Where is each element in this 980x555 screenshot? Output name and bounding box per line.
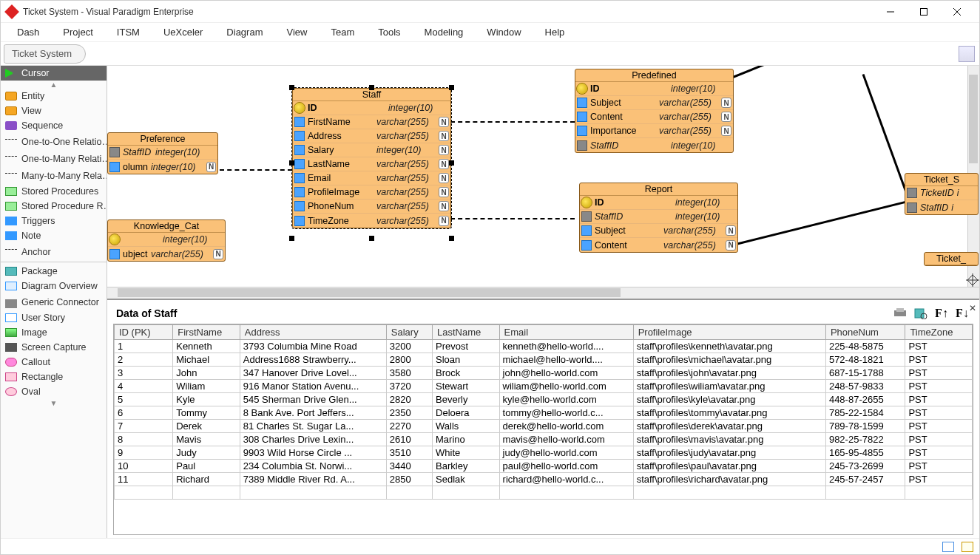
tool-item[interactable]: Generic Connector bbox=[1, 293, 107, 310]
table-cell[interactable]: 3200 bbox=[386, 340, 432, 353]
connector[interactable] bbox=[862, 74, 910, 200]
entity-column[interactable]: Importancevarchar(255)N bbox=[575, 124, 733, 138]
close-button[interactable] bbox=[940, 1, 973, 22]
table-cell[interactable]: 2610 bbox=[386, 433, 432, 446]
entity-column[interactable]: integer(10) bbox=[108, 233, 225, 247]
table-cell[interactable]: 248-57-9833 bbox=[825, 380, 905, 393]
entity-column[interactable]: PhoneNumvarchar(255)N bbox=[293, 200, 450, 214]
table-cell[interactable]: Wiliam bbox=[173, 380, 240, 393]
table-cell[interactable]: PST bbox=[905, 340, 973, 353]
table-cell[interactable]: Kyle bbox=[173, 393, 240, 406]
table-row-empty[interactable] bbox=[115, 486, 973, 500]
data-grid[interactable]: ID (PK)FirstNameAddressSalaryLastNameEma… bbox=[113, 324, 973, 535]
table-cell[interactable]: PST bbox=[905, 473, 973, 486]
table-cell[interactable]: 2350 bbox=[386, 406, 432, 420]
minimize-button[interactable] bbox=[873, 1, 907, 22]
panel-tool-sort-desc[interactable]: F↓ bbox=[954, 306, 970, 321]
column-header[interactable]: Address bbox=[240, 325, 386, 340]
table-cell[interactable]: PST bbox=[905, 393, 973, 406]
entity-column[interactable]: Subjectvarchar(255)N bbox=[580, 224, 737, 238]
table-cell[interactable]: Stewart bbox=[433, 380, 500, 393]
table-cell[interactable]: 789-78-1599 bbox=[825, 420, 905, 433]
table-cell[interactable]: 245-73-2699 bbox=[825, 460, 905, 473]
table-cell[interactable]: 2850 bbox=[386, 473, 432, 486]
connector[interactable] bbox=[450, 218, 575, 219]
menu-modeling[interactable]: Modeling bbox=[414, 24, 474, 41]
table-cell[interactable]: staff\profiles\kyle\avatar.png bbox=[633, 393, 825, 406]
table-cell[interactable]: PST bbox=[905, 406, 973, 420]
table-cell[interactable]: staff\profiles\kenneth\avatar.png bbox=[633, 340, 825, 353]
table-cell[interactable]: 2 bbox=[115, 353, 173, 367]
table-cell[interactable]: Barkley bbox=[433, 460, 500, 473]
table-row[interactable]: 9Judy9903 Wild Horse Circle ...3510White… bbox=[115, 446, 973, 460]
table-cell[interactable]: staff\profiles\paul\avatar.png bbox=[633, 460, 825, 473]
connector[interactable] bbox=[450, 121, 575, 123]
table-cell[interactable]: 10 bbox=[115, 460, 173, 473]
table-cell[interactable]: Brock bbox=[433, 367, 500, 380]
tool-item[interactable]: Screen Capture bbox=[1, 340, 107, 355]
table-cell[interactable]: 9903 Wild Horse Circle ... bbox=[240, 446, 386, 460]
column-header[interactable]: ID (PK) bbox=[115, 325, 173, 340]
entity-column[interactable]: IDinteger(10) bbox=[575, 82, 733, 96]
table-cell[interactable]: john@hello-world.com bbox=[499, 367, 633, 380]
resize-handle[interactable] bbox=[369, 85, 374, 90]
table-cell[interactable]: richard@hello-world.c... bbox=[499, 473, 633, 486]
table-cell[interactable]: Judy bbox=[173, 446, 240, 460]
table-cell[interactable]: 8 bbox=[115, 433, 173, 446]
titlebar[interactable]: Ticket System - Visual Paradigm Enterpri… bbox=[1, 1, 979, 23]
collapse-up-icon[interactable]: ▲ bbox=[1, 81, 107, 89]
resize-handle[interactable] bbox=[289, 236, 294, 241]
tool-item[interactable]: Rectangle bbox=[1, 370, 107, 384]
entity-staff[interactable]: Staff IDinteger(10)FirstNamevarchar(255)… bbox=[292, 88, 451, 228]
table-cell[interactable]: tommy@hello-world.c... bbox=[499, 406, 633, 420]
tool-item[interactable]: Many-to-Many Rela… bbox=[1, 167, 107, 184]
table-cell[interactable]: Tommy bbox=[173, 406, 240, 420]
table-row[interactable]: 6Tommy8 Bank Ave. Port Jeffers...2350Del… bbox=[115, 406, 973, 420]
diagram-canvas[interactable]: Preference StaffIDinteger(10)olumnintege… bbox=[107, 66, 979, 287]
connector[interactable] bbox=[725, 66, 876, 81]
table-cell[interactable]: Marino bbox=[433, 433, 500, 446]
maximize-button[interactable] bbox=[907, 1, 940, 22]
table-row[interactable]: 10Paul234 Columbia St. Norwi...3440Barkl… bbox=[115, 460, 973, 473]
table-cell[interactable]: Paul bbox=[173, 460, 240, 473]
connector[interactable] bbox=[736, 197, 923, 245]
horizontal-scrollbar[interactable] bbox=[107, 287, 979, 299]
tool-item[interactable]: Triggers bbox=[1, 214, 107, 228]
table-cell[interactable]: 165-95-4855 bbox=[825, 446, 905, 460]
table-cell[interactable]: 3580 bbox=[386, 367, 432, 380]
entity-column[interactable]: Salaryinteger(10)N bbox=[293, 143, 450, 157]
entity-ticket-s[interactable]: Ticket_S TicketIDiStaffIDi bbox=[905, 173, 979, 215]
column-header[interactable]: PhoneNum bbox=[825, 325, 905, 340]
entity-column[interactable]: Emailvarchar(255)N bbox=[293, 171, 450, 185]
table-cell[interactable]: 2800 bbox=[386, 353, 432, 367]
table-cell[interactable]: staff\profiles\judy\avatar.png bbox=[633, 446, 825, 460]
table-row[interactable]: 11Richard7389 Middle River Rd. A...2850S… bbox=[115, 473, 973, 486]
table-cell[interactable]: derek@hello-world.com bbox=[499, 420, 633, 433]
table-cell[interactable]: staff\profiles\tommy\avatar.png bbox=[633, 406, 825, 420]
menu-itsm[interactable]: ITSM bbox=[107, 24, 150, 41]
table-cell[interactable]: Address1688 Strawberry... bbox=[240, 353, 386, 367]
table-cell[interactable]: 2820 bbox=[386, 393, 432, 406]
table-row[interactable]: 1Kenneth3793 Columbia Mine Road3200Prevo… bbox=[115, 340, 973, 353]
table-row[interactable]: 7Derek81 Charles St. Sugar La...2270Wall… bbox=[115, 420, 973, 433]
table-cell[interactable]: 448-87-2655 bbox=[825, 393, 905, 406]
resize-handle[interactable] bbox=[289, 160, 294, 166]
table-cell[interactable]: 245-57-2457 bbox=[825, 473, 905, 486]
table-cell[interactable]: 347 Hanover Drive Lovel... bbox=[240, 367, 386, 380]
table-cell[interactable]: 81 Charles St. Sugar La... bbox=[240, 420, 386, 433]
entity-knowledge[interactable]: Knowledge_Cat integer(10)ubjectvarchar(2… bbox=[107, 219, 226, 262]
tool-item[interactable]: Stored Procedure R… bbox=[1, 199, 107, 214]
menu-tools[interactable]: Tools bbox=[368, 24, 410, 41]
table-cell[interactable]: PST bbox=[905, 460, 973, 473]
table-cell[interactable]: michael@hello-world.... bbox=[499, 353, 633, 367]
table-cell[interactable]: PST bbox=[905, 433, 973, 446]
entity-column[interactable]: StaffIDinteger(10) bbox=[580, 210, 737, 224]
entity-ticket[interactable]: Ticket_ bbox=[924, 252, 979, 266]
table-cell[interactable]: Kenneth bbox=[173, 340, 240, 353]
table-cell[interactable]: 2270 bbox=[386, 420, 432, 433]
table-cell[interactable]: PST bbox=[905, 446, 973, 460]
table-cell[interactable]: Walls bbox=[433, 420, 500, 433]
connector[interactable] bbox=[220, 169, 292, 171]
resize-handle[interactable] bbox=[449, 160, 454, 166]
entity-report[interactable]: Report IDinteger(10)StaffIDinteger(10)Su… bbox=[579, 183, 738, 253]
